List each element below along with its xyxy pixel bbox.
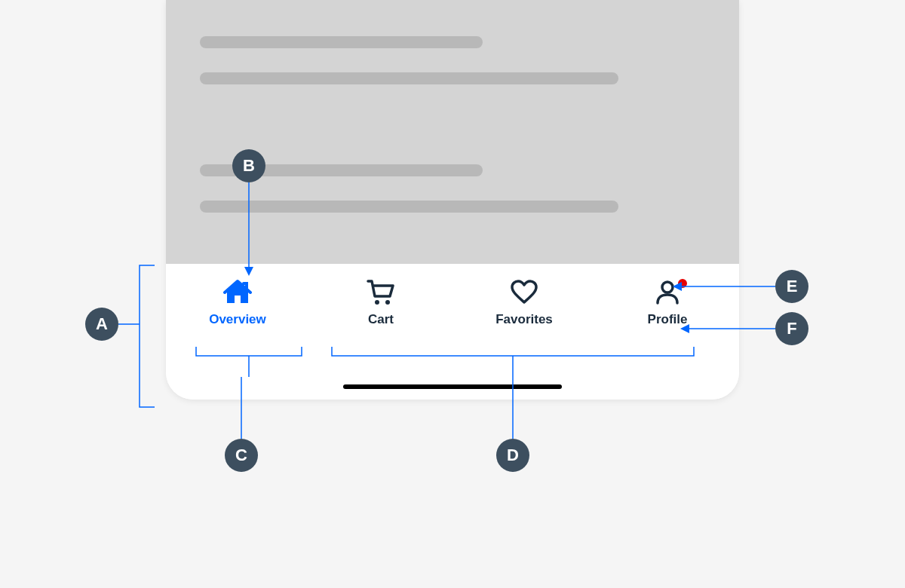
tab-label: Favorites: [495, 312, 553, 327]
callout-c: C: [225, 439, 258, 472]
callout-b: B: [232, 149, 265, 182]
callout-a: A: [85, 308, 118, 341]
svg-point-3: [662, 282, 673, 292]
skeleton-line: [200, 201, 618, 213]
heart-icon: [509, 277, 539, 308]
skeleton-line: [200, 72, 618, 84]
tab-profile[interactable]: Profile: [615, 277, 720, 327]
tab-cart[interactable]: Cart: [328, 277, 434, 327]
home-indicator: [343, 384, 562, 389]
notification-badge: [676, 277, 689, 289]
tab-label: Overview: [209, 312, 266, 327]
callout-d: D: [496, 439, 529, 472]
skeleton-line: [200, 36, 483, 48]
svg-rect-0: [236, 296, 240, 302]
callout-e: E: [775, 270, 808, 303]
tab-label: Cart: [368, 312, 394, 327]
tab-favorites[interactable]: Favorites: [471, 277, 577, 327]
phone-frame: Overview Cart Favorites: [166, 0, 739, 400]
tab-bar: Overview Cart Favorites: [166, 264, 739, 400]
content-placeholder: [166, 0, 739, 264]
home-icon: [222, 277, 253, 308]
svg-point-2: [385, 300, 390, 305]
tab-label: Profile: [648, 312, 688, 327]
callout-f: F: [775, 312, 808, 345]
svg-point-1: [375, 300, 379, 305]
tab-overview[interactable]: Overview: [185, 277, 290, 327]
cart-icon: [366, 277, 396, 308]
